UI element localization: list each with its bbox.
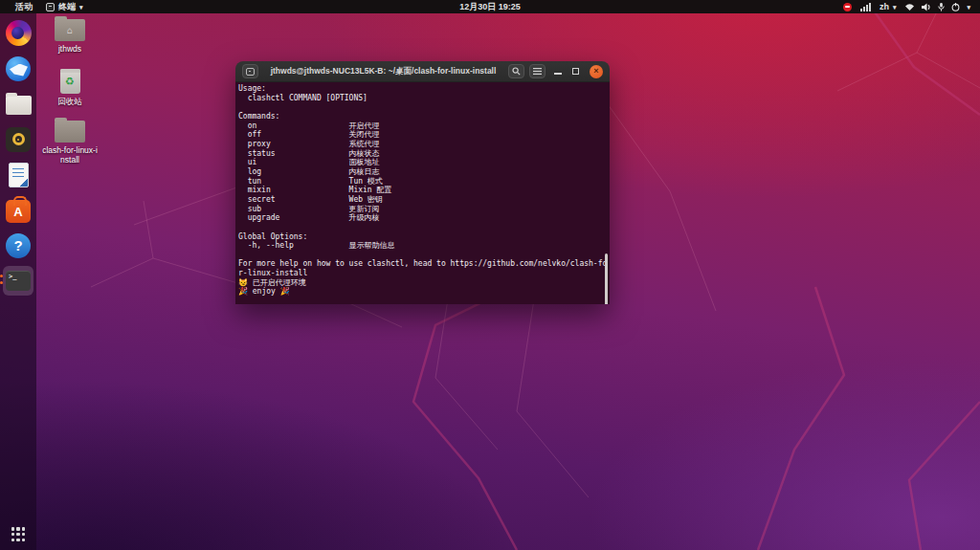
desktop-icon-label: clash-for-linux-install — [40, 145, 100, 165]
dock-item-libreoffice-writer[interactable] — [3, 160, 33, 189]
menu-button[interactable] — [529, 64, 546, 78]
maximize-button[interactable] — [572, 68, 579, 75]
desktop-icon-label: 回收站 — [40, 97, 100, 106]
app-menu[interactable]: 终端 ▾ — [46, 1, 83, 13]
recycle-icon: ♻ — [65, 77, 75, 87]
terminal-app-icon — [46, 3, 55, 11]
dock-item-terminal[interactable] — [3, 266, 33, 296]
show-applications-button[interactable] — [11, 527, 26, 541]
desktop-icon-trash[interactable]: ♻ 回收站 — [40, 69, 100, 106]
chevron-down-icon: ▾ — [967, 4, 970, 11]
app-menu-label: 终端 — [58, 1, 76, 13]
rhythmbox-icon — [6, 127, 31, 152]
running-indicator-dots — [0, 275, 3, 284]
top-bar: 活动 终端 ▾ 12月30日 19:25 zh ▾ — [0, 0, 980, 13]
firefox-icon — [6, 20, 32, 46]
trash-icon: ♻ — [60, 69, 80, 94]
input-method-label: zh — [880, 2, 889, 11]
power-icon — [951, 3, 960, 11]
network-traffic-icon[interactable] — [860, 3, 871, 11]
ubuntu-software-icon: A — [6, 200, 31, 223]
desktop-icon-label: jthwds — [40, 44, 100, 54]
terminal-window: jthwds@jthwds-NUC13L5K-B: ~/桌面/clash-for… — [235, 61, 610, 304]
terminal-scrollbar[interactable] — [605, 253, 608, 304]
thunderbird-icon — [6, 56, 31, 81]
terminal-icon — [6, 271, 31, 291]
desktop-icon-home[interactable]: ⌂ jthwds — [40, 19, 100, 54]
recording-indicator-icon[interactable] — [843, 3, 852, 11]
clock[interactable]: 12月30日 19:25 — [459, 2, 521, 11]
dock: A ? — [0, 13, 36, 550]
window-title: jthwds@jthwds-NUC13L5K-B: ~/桌面/clash-for… — [263, 66, 503, 77]
house-icon: ⌂ — [55, 19, 85, 41]
dock-item-thunderbird[interactable] — [3, 54, 33, 83]
dock-item-firefox[interactable] — [3, 18, 33, 48]
volume-icon — [922, 3, 931, 11]
files-icon — [6, 96, 32, 115]
terminal-glyph-icon — [246, 68, 255, 76]
dock-item-help[interactable]: ? — [3, 231, 33, 260]
terminal-output: Usage: clashctl COMMAND [OPTIONS]Command… — [238, 84, 610, 304]
terminal-titlebar[interactable]: jthwds@jthwds-NUC13L5K-B: ~/桌面/clash-for… — [235, 61, 610, 82]
dock-item-files[interactable] — [3, 89, 33, 119]
dock-item-rhythmbox[interactable] — [3, 124, 33, 154]
libreoffice-writer-icon — [9, 163, 29, 187]
desktop-icon-clash-folder[interactable]: clash-for-linux-install — [40, 121, 100, 165]
dock-item-ubuntu-software[interactable]: A — [3, 195, 33, 225]
hamburger-icon — [533, 68, 542, 75]
folder-icon — [55, 121, 85, 143]
chevron-down-icon: ▾ — [893, 4, 897, 11]
search-button[interactable] — [508, 64, 524, 78]
input-method-menu[interactable]: zh ▾ — [880, 2, 897, 11]
microphone-icon — [938, 3, 945, 11]
wifi-icon — [904, 3, 915, 11]
system-status-area[interactable]: ▾ — [904, 3, 970, 11]
terminal-content[interactable]: Usage: clashctl COMMAND [OPTIONS]Command… — [235, 82, 610, 304]
window-app-button[interactable] — [242, 64, 258, 78]
search-icon — [512, 67, 521, 76]
home-folder-icon: ⌂ — [55, 19, 85, 41]
close-button[interactable]: × — [590, 65, 603, 78]
help-icon: ? — [6, 233, 31, 258]
minimize-button[interactable] — [554, 68, 562, 76]
chevron-down-icon: ▾ — [79, 4, 83, 11]
activities-button[interactable]: 活动 — [15, 1, 33, 13]
